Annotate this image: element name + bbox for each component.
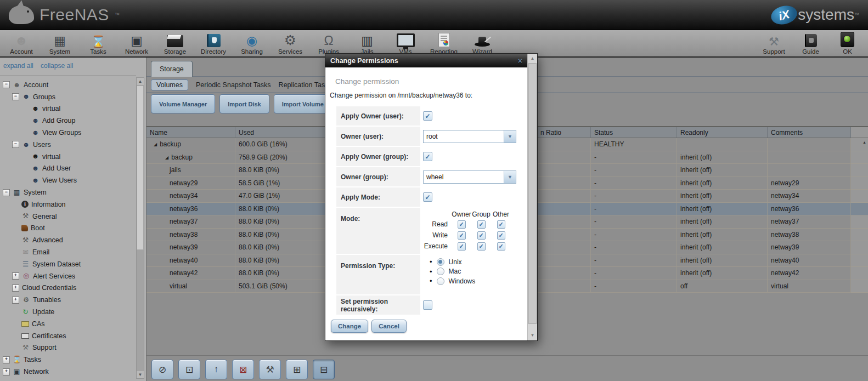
toolbar-item-services[interactable]: ⚙Services <box>271 30 309 56</box>
dialog-scrollbar[interactable]: ▲ ▼ <box>527 54 537 340</box>
subtab-volumes[interactable]: Volumes <box>151 79 188 90</box>
mode-execute-other-checkbox[interactable]: ✓ <box>497 242 505 251</box>
tab-storage[interactable]: Storage <box>151 61 193 77</box>
toolbar-item-guide[interactable]: Guide <box>792 30 829 56</box>
apply-owner-user-checkbox[interactable]: ✓ <box>423 111 432 121</box>
recursive-checkbox[interactable]: ✓ <box>423 300 432 310</box>
sidebar-item-system-dataset[interactable]: ☰System Dataset <box>0 258 136 270</box>
sidebar-item-update[interactable]: ↻Update <box>0 306 136 318</box>
toolbar-item-reporting[interactable]: Reporting <box>425 30 463 56</box>
mode-write-group-checkbox[interactable]: ✓ <box>477 231 486 240</box>
toolbar-item-account[interactable]: ☻Account <box>2 30 41 56</box>
sidebar-item-certificates[interactable]: Certificates <box>0 330 136 342</box>
sidebar-item-virtual[interactable]: ☻virtual <box>0 151 136 163</box>
collapse-node-icon[interactable]: − <box>12 141 19 148</box>
create-dataset-button[interactable]: ⊞ <box>286 360 308 379</box>
column-header-readonly[interactable]: Readonly <box>677 127 768 138</box>
volume-manager-button[interactable]: Volume Manager <box>151 94 215 113</box>
toolbar-item-system[interactable]: ▦System <box>41 30 79 56</box>
mac-radio[interactable] <box>437 268 444 275</box>
permission-type-windows[interactable]: •Windows <box>430 276 475 286</box>
expand-node-icon[interactable]: + <box>12 297 19 304</box>
mode-read-other-checkbox[interactable]: ✓ <box>497 220 505 229</box>
sidebar-item-information[interactable]: Information <box>0 198 136 211</box>
collapse-node-icon[interactable]: − <box>12 93 19 100</box>
import-volume-button[interactable]: Import Volume <box>274 94 332 113</box>
scrollbar-thumb[interactable] <box>528 63 537 324</box>
sidebar-item-groups[interactable]: −☻Groups <box>0 91 136 103</box>
toolbar-item-plugins[interactable]: ΩPlugins <box>309 30 348 56</box>
expand-triangle-icon[interactable]: ◢ <box>154 142 157 147</box>
unix-radio[interactable] <box>437 258 444 266</box>
delete-dataset-button[interactable]: ⊠ <box>232 360 254 379</box>
sidebar-item-advanced[interactable]: ⚒Advanced <box>0 234 136 246</box>
sidebar-item-view-groups[interactable]: ☻View Groups <box>0 127 136 139</box>
column-header-n-ratio[interactable]: n Ratio <box>537 127 591 138</box>
scroll-down-icon[interactable]: ▼ <box>137 371 144 378</box>
sidebar-item-view-users[interactable]: ☻View Users <box>0 174 136 186</box>
sidebar-item-general[interactable]: ⚒General <box>0 211 136 223</box>
scroll-down-icon[interactable]: ▼ <box>528 332 537 339</box>
cancel-button[interactable]: Cancel <box>371 320 407 333</box>
sidebar-item-account[interactable]: −☻Account <box>0 79 136 91</box>
mode-write-owner-checkbox[interactable]: ✓ <box>458 231 466 240</box>
toolbar-item-network[interactable]: ▣Network <box>117 30 156 56</box>
scrollbar-thumb[interactable] <box>137 86 144 250</box>
toolbar-item-jails[interactable]: ▥Jails <box>348 30 386 56</box>
sidebar-item-users[interactable]: −☻Users <box>0 139 136 151</box>
sidebar-item-add-user[interactable]: ☻Add User <box>0 163 136 175</box>
sidebar-item-alert-services[interactable]: +◎Alert Services <box>0 270 136 282</box>
sidebar-item-tunables[interactable]: +⚙Tunables <box>0 294 136 306</box>
mode-read-group-checkbox[interactable]: ✓ <box>477 220 486 229</box>
scroll-up-icon[interactable]: ▲ <box>528 55 537 62</box>
mode-read-owner-checkbox[interactable]: ✓ <box>458 220 466 229</box>
sidebar-item-network[interactable]: +▣Network <box>0 366 136 378</box>
windows-radio[interactable] <box>437 277 444 285</box>
sidebar-scrollbar[interactable]: ▲ ▼ <box>136 77 144 379</box>
import-disk-button[interactable]: Import Disk <box>219 94 269 113</box>
sidebar-item-boot[interactable]: Boot <box>0 223 136 235</box>
change-button[interactable]: Change <box>331 320 368 333</box>
toolbar-item-storage[interactable]: Storage <box>156 30 194 56</box>
toolbar-item-sharing[interactable]: ◉Sharing <box>233 30 271 56</box>
column-header-name[interactable]: Name <box>146 127 235 138</box>
dialog-titlebar[interactable]: Change Permissions × <box>325 54 527 67</box>
sidebar-item-cloud-credentials[interactable]: +Cloud Credentials <box>0 282 136 294</box>
expand-node-icon[interactable]: + <box>12 285 19 292</box>
sidebar-item-support[interactable]: ⚒Support <box>0 342 136 354</box>
expand-triangle-icon[interactable]: ◢ <box>165 155 168 160</box>
subtab-periodic-snapshot-tasks[interactable]: Periodic Snapshot Tasks <box>196 81 271 89</box>
toolbar-item-wizard[interactable]: Wizard <box>463 30 501 56</box>
apply-mode-checkbox[interactable]: ✓ <box>423 192 432 202</box>
create-zvol-button[interactable]: ⊟ <box>313 360 335 379</box>
detach-volume-button[interactable]: ⊘ <box>151 360 173 379</box>
sidebar-item-cas[interactable]: CAs <box>0 318 136 330</box>
mode-write-other-checkbox[interactable]: ✓ <box>497 231 505 240</box>
toolbar-item-tasks[interactable]: ⌛Tasks <box>79 30 117 56</box>
expand-node-icon[interactable]: + <box>3 356 10 363</box>
permission-type-mac[interactable]: •Mac <box>430 267 475 277</box>
permission-type-unix[interactable]: •Unix <box>430 257 475 267</box>
sidebar-item-tasks[interactable]: +⌛Tasks <box>0 354 136 366</box>
scroll-up-icon[interactable]: ▲ <box>137 78 144 85</box>
subtab-replication-tasks[interactable]: Replication Tasks <box>279 81 332 89</box>
toolbar-item-ok[interactable]: OK <box>829 30 866 56</box>
sidebar-item-add-group[interactable]: ☻Add Group <box>0 115 136 127</box>
mode-execute-group-checkbox[interactable]: ✓ <box>477 242 486 251</box>
apply-owner-group-checkbox[interactable]: ✓ <box>423 152 432 161</box>
upgrade-volume-button[interactable]: ↑ <box>205 360 227 379</box>
owner-user-select[interactable]: root ▼ <box>423 130 516 143</box>
expand-all-link[interactable]: expand all <box>3 62 33 70</box>
sidebar-item-virtual[interactable]: ☻virtual <box>0 103 136 115</box>
column-header-comments[interactable]: Comments <box>768 127 851 138</box>
sidebar-item-email[interactable]: ✉Email <box>0 246 136 258</box>
chevron-down-icon[interactable]: ▼ <box>504 171 516 183</box>
expand-node-icon[interactable]: + <box>12 272 19 280</box>
collapse-node-icon[interactable]: − <box>3 81 10 88</box>
owner-group-select[interactable]: wheel ▼ <box>423 170 516 184</box>
toolbar-item-support[interactable]: ⚒Support <box>756 30 792 56</box>
mode-execute-owner-checkbox[interactable]: ✓ <box>458 242 466 251</box>
chevron-down-icon[interactable]: ▼ <box>504 130 516 143</box>
expand-node-icon[interactable]: + <box>3 368 10 376</box>
sidebar-item-system[interactable]: −▦System <box>0 186 136 198</box>
